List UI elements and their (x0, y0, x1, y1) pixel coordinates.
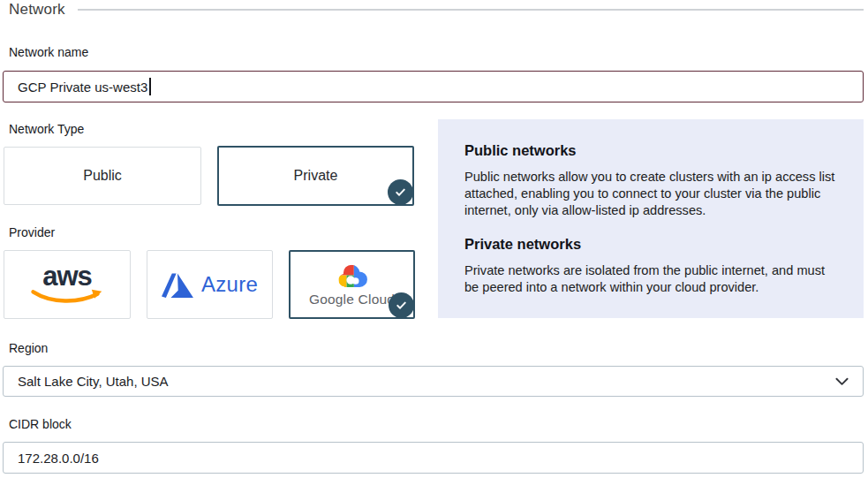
aws-logo-text: aws (42, 264, 92, 289)
cidr-block-label: CIDR block (9, 417, 72, 431)
section-divider (78, 9, 864, 11)
google-cloud-mark-icon (332, 262, 373, 291)
azure-mark-icon (162, 272, 193, 298)
network-type-option-label: Public (83, 168, 122, 184)
chevron-down-icon (835, 377, 849, 386)
check-icon (389, 292, 414, 318)
info-heading-private: Private networks (464, 236, 837, 253)
check-icon (388, 179, 413, 205)
region-select-value: Salt Lake City, Utah, USA (18, 374, 169, 389)
aws-smile-icon (28, 289, 106, 305)
google-cloud-logo-icon: Google Cloud (309, 262, 395, 307)
azure-logo-icon: Azure (162, 272, 258, 298)
provider-option-aws[interactable]: aws (4, 250, 131, 319)
provider-option-azure[interactable]: Azure (147, 250, 273, 319)
info-body-private: Private networks are isolated from the p… (464, 262, 837, 296)
cidr-block-input[interactable]: 172.28.0.0/16 (3, 442, 864, 474)
text-cursor (149, 78, 151, 95)
info-heading-public: Public networks (464, 142, 837, 159)
provider-option-google-cloud[interactable]: Google Cloud (289, 250, 415, 319)
info-body-public: Public networks allow you to create clus… (464, 169, 837, 219)
network-name-value: GCP Private us-west3 (18, 80, 147, 95)
cidr-block-value: 172.28.0.0/16 (18, 451, 99, 466)
network-type-info-panel: Public networks Public networks allow yo… (438, 119, 864, 318)
region-label: Region (9, 341, 48, 355)
network-name-label: Network name (9, 45, 88, 59)
page-title: Network (9, 1, 65, 19)
network-type-option-private[interactable]: Private (217, 146, 414, 206)
network-name-input[interactable]: GCP Private us-west3 (3, 71, 864, 102)
network-type-option-public[interactable]: Public (4, 147, 201, 205)
google-cloud-logo-text: Google Cloud (309, 292, 395, 307)
region-select[interactable]: Salt Lake City, Utah, USA (3, 366, 864, 397)
network-type-label: Network Type (9, 122, 84, 136)
azure-logo-text: Azure (201, 272, 258, 297)
network-form: Network Network name GCP Private us-west… (0, 0, 868, 478)
aws-logo-icon: aws (28, 264, 106, 306)
network-type-option-label: Private (294, 168, 338, 184)
provider-label: Provider (9, 225, 55, 239)
